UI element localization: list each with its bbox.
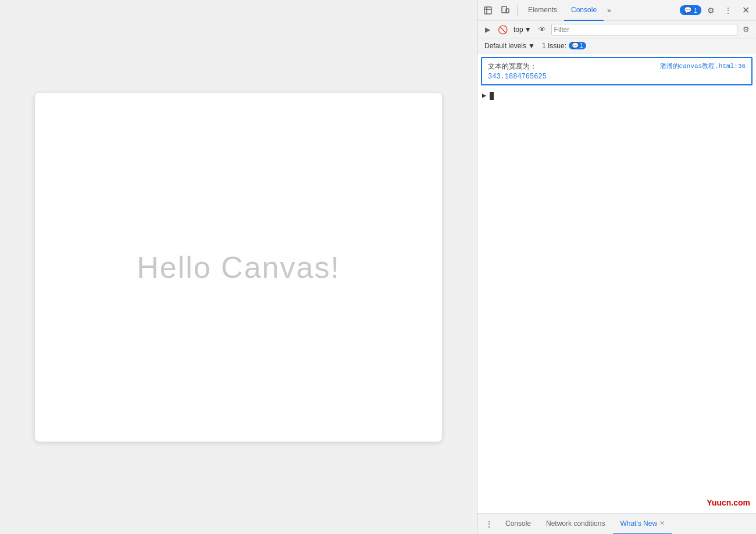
console-sub-toolbar: ▶ 🚫 top ▼ 👁 ⚙: [477, 21, 756, 38]
bottom-tab-whats-new[interactable]: What's New ✕: [613, 514, 672, 535]
bottom-tab-console[interactable]: Console: [498, 514, 538, 535]
page-area: Hello Canvas!: [0, 0, 477, 534]
issues-toolbar: Default levels ▼ 1 Issue: 💬 1: [477, 38, 756, 53]
whats-new-close-icon[interactable]: ✕: [659, 519, 665, 527]
default-levels-button[interactable]: Default levels ▼: [482, 41, 537, 51]
device-toggle-button[interactable]: [497, 2, 513, 19]
default-levels-label: Default levels: [484, 42, 526, 50]
context-selector[interactable]: top ▼: [511, 24, 534, 35]
message-count: 1: [694, 7, 697, 14]
bottom-bar-menu-button[interactable]: ⋮: [481, 516, 497, 532]
devtools-panel: Elements Console » 💬 1 ⚙ ⋮ ✕ ▶ 🚫 top ▼ 👁…: [477, 0, 756, 534]
console-settings-button[interactable]: ⚙: [740, 23, 753, 36]
context-label: top: [513, 26, 523, 34]
issues-label: 1 Issue:: [542, 42, 566, 50]
eye-button[interactable]: 👁: [536, 23, 549, 36]
more-options-button[interactable]: ⋮: [720, 2, 736, 19]
source-link[interactable]: 潘潘的canvas教程.html:36: [660, 63, 746, 70]
settings-button[interactable]: ⚙: [702, 2, 719, 19]
console-prompt-arrow: ▶: [482, 91, 486, 100]
console-log-line1: 文本的宽度为：: [488, 62, 654, 71]
clear-console-button[interactable]: ▶: [481, 23, 494, 36]
inspect-icon-button[interactable]: [480, 2, 496, 19]
context-dropdown-icon: ▼: [525, 26, 532, 34]
canvas-text: Hello Canvas!: [137, 250, 340, 285]
console-log-text: 文本的宽度为： 343.1884765625: [488, 62, 654, 81]
tab-console[interactable]: Console: [564, 0, 604, 21]
console-log-source[interactable]: 潘潘的canvas教程.html:36: [660, 62, 746, 70]
issues-icon: 💬: [572, 42, 579, 49]
console-log-entry: 文本的宽度为： 343.1884765625 潘潘的canvas教程.html:…: [481, 57, 753, 85]
devtools-top-toolbar: Elements Console » 💬 1 ⚙ ⋮ ✕: [477, 0, 756, 21]
block-button[interactable]: 🚫: [496, 23, 509, 36]
tab-elements[interactable]: Elements: [521, 0, 564, 21]
toolbar-separator: [517, 5, 518, 16]
more-tabs-button[interactable]: »: [604, 6, 615, 15]
close-devtools-button[interactable]: ✕: [737, 2, 754, 19]
filter-input[interactable]: [551, 24, 737, 35]
bottom-tab-network-conditions[interactable]: Network conditions: [539, 514, 612, 535]
message-icon: 💬: [684, 6, 692, 14]
default-levels-dropdown-icon: ▼: [528, 42, 535, 50]
devtools-bottom-bar: ⋮ Console Network conditions What's New …: [477, 513, 756, 534]
canvas-container: Hello Canvas!: [35, 93, 442, 442]
message-badge[interactable]: 💬 1: [680, 5, 701, 15]
svg-rect-0: [484, 7, 491, 14]
console-content: 文本的宽度为： 343.1884765625 潘潘的canvas教程.html:…: [477, 53, 756, 513]
svg-rect-4: [506, 9, 509, 13]
issues-container: 1 Issue: 💬 1: [542, 42, 586, 50]
devtools-tabs: Elements Console »: [521, 0, 679, 21]
console-cursor[interactable]: [490, 92, 494, 100]
issues-count: 1: [580, 42, 583, 49]
console-cursor-line: ▶: [477, 89, 756, 102]
issues-badge[interactable]: 💬 1: [569, 42, 586, 49]
console-log-line2: 343.1884765625: [488, 73, 654, 81]
yuucn-watermark: Yuucn.com: [707, 498, 750, 507]
